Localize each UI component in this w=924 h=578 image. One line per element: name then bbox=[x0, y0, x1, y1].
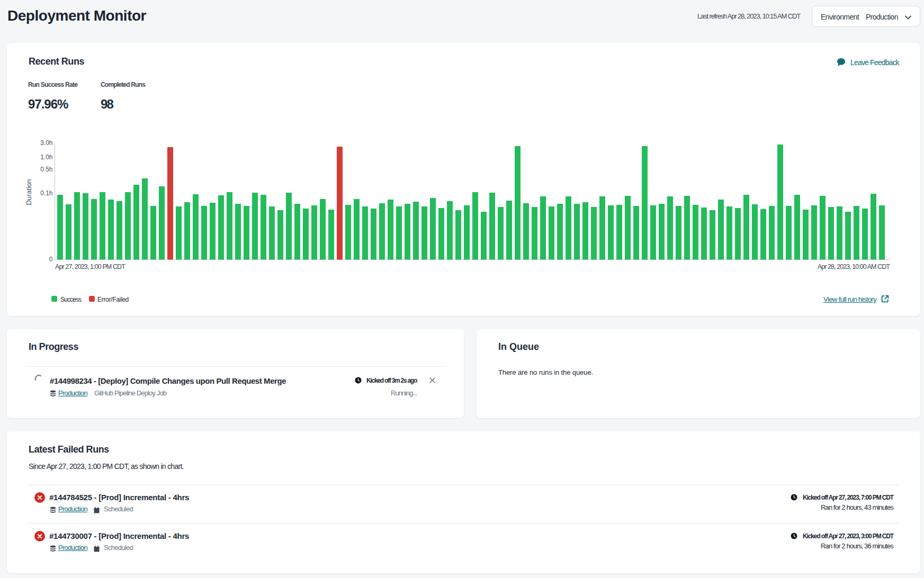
svg-text:Apr 28, 2023, 10:00 AM CDT: Apr 28, 2023, 10:00 AM CDT bbox=[818, 263, 890, 270]
svg-text:0.5h: 0.5h bbox=[40, 166, 52, 173]
svg-text:Apr 27, 2023, 1:00 PM CDT: Apr 27, 2023, 1:00 PM CDT bbox=[55, 263, 125, 270]
svg-text:1.0h: 1.0h bbox=[40, 153, 52, 161]
svg-text:0: 0 bbox=[49, 256, 53, 263]
svg-text:Duration: Duration bbox=[25, 179, 33, 205]
svg-text:3.0h: 3.0h bbox=[40, 139, 52, 147]
svg-text:0.1h: 0.1h bbox=[40, 189, 52, 197]
